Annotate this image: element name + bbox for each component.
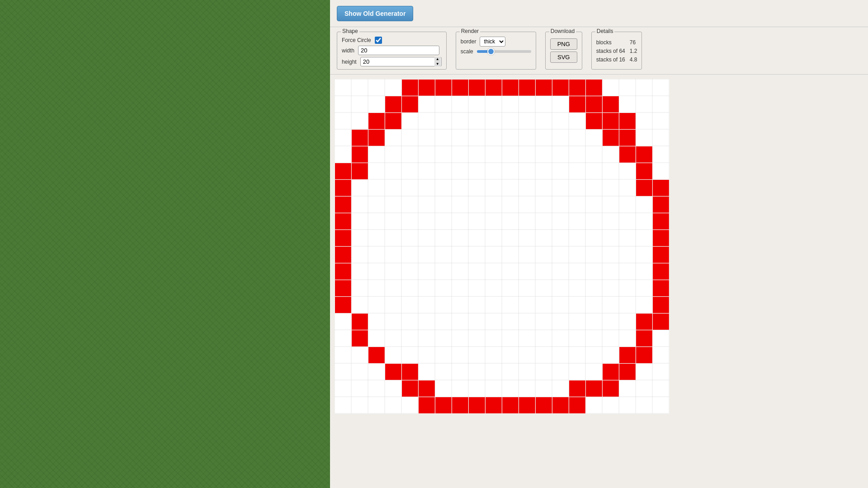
border-row: border thick thin none <box>461 37 531 47</box>
height-increment-button[interactable]: ▲ <box>434 57 441 62</box>
scale-slider[interactable] <box>477 50 531 53</box>
blocks-label: blocks <box>596 39 612 46</box>
width-row: width <box>342 46 442 55</box>
height-row: height ▲ ▼ <box>342 57 442 66</box>
border-label: border <box>461 38 476 45</box>
right-panel: Show Old Generator Shape Force Circle wi… <box>330 0 868 488</box>
download-buttons: PNG SVG <box>550 38 577 63</box>
controls-area: Shape Force Circle width height ▲ ▼ <box>330 27 868 75</box>
scale-row: scale <box>461 48 531 55</box>
height-input-wrapper: ▲ ▼ <box>360 57 442 66</box>
width-input[interactable] <box>358 46 439 55</box>
stacks16-detail: stacks of 16 4.8 <box>596 56 637 64</box>
force-circle-row: Force Circle <box>342 37 442 44</box>
height-input[interactable] <box>360 57 442 66</box>
stacks64-value: 1.2 <box>630 48 637 54</box>
height-spinner: ▲ ▼ <box>434 57 441 66</box>
details-content: blocks 76 stacks of 64 1.2 stacks of 16 … <box>596 38 637 65</box>
blocks-detail: blocks 76 <box>596 38 637 47</box>
pixel-grid-canvas <box>335 79 670 414</box>
png-download-button[interactable]: PNG <box>550 38 577 50</box>
stacks16-value: 4.8 <box>630 56 637 63</box>
stacks16-label: stacks of 16 <box>596 56 625 63</box>
download-group-title: Download <box>549 28 576 34</box>
minecraft-preview-panel <box>0 0 330 488</box>
force-circle-checkbox[interactable] <box>375 37 382 44</box>
details-group: Details blocks 76 stacks of 64 1.2 stack… <box>591 32 642 70</box>
force-circle-label: Force Circle <box>342 37 371 43</box>
minecraft-circle-preview <box>0 0 330 488</box>
grid-area <box>330 75 868 488</box>
blocks-value: 76 <box>630 39 636 46</box>
show-old-generator-button[interactable]: Show Old Generator <box>337 6 413 21</box>
details-group-title: Details <box>595 28 615 34</box>
top-bar: Show Old Generator <box>330 0 868 27</box>
stacks64-detail: stacks of 64 1.2 <box>596 47 637 56</box>
scale-label: scale <box>461 48 473 55</box>
height-label: height <box>342 59 357 65</box>
shape-group-title: Shape <box>341 28 359 34</box>
height-decrement-button[interactable]: ▼ <box>434 62 441 67</box>
border-select[interactable]: thick thin none <box>480 37 505 47</box>
svg-download-button[interactable]: SVG <box>550 52 577 63</box>
width-label: width <box>342 47 354 54</box>
render-group: Render border thick thin none scale <box>456 32 536 70</box>
shape-group: Shape Force Circle width height ▲ ▼ <box>337 32 447 70</box>
stacks64-label: stacks of 64 <box>596 48 625 54</box>
download-group: Download PNG SVG <box>545 32 582 70</box>
render-group-title: Render <box>460 28 480 34</box>
